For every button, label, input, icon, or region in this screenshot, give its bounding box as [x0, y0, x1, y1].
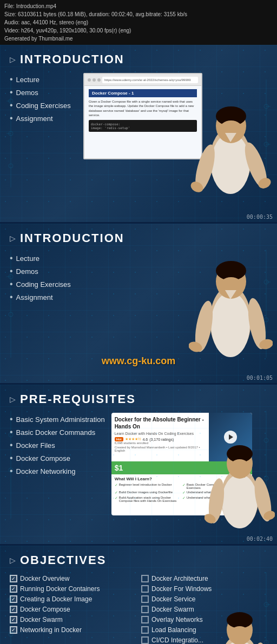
- obj-lb-label: Load Balancing: [151, 626, 196, 634]
- obj-running-containers: ✓ Running Docker Containers: [10, 585, 136, 593]
- browser-dot-2: [93, 78, 96, 82]
- slide-title: Docker Compose - 1: [89, 89, 197, 97]
- checkbox-service-icon: [141, 595, 149, 603]
- checkbox-lb-icon: [141, 626, 149, 634]
- course-card-text: Docker for the Absolute Beginner - Hands…: [111, 413, 209, 461]
- obj-containers-label: Running Docker Containers: [20, 585, 100, 593]
- obj-docker-swarm-left: ✓ Docker Swarm: [10, 616, 136, 623]
- section-4-title: OBJECTIVES: [20, 553, 106, 567]
- presenter-3: [205, 444, 275, 541]
- section-2-header: ▷ INTRODUCTION: [0, 224, 277, 250]
- bullet-lecture: Lecture: [10, 73, 75, 86]
- section-1-bullets: Lecture Demos Coding Exercises Assignmen…: [10, 73, 75, 159]
- slide-body: Docker Compose - 1 Given a Docker Compos…: [84, 86, 201, 158]
- course-rating-row: Hot ★★★★½ 4.6 (3,170 ratings): [115, 437, 206, 441]
- checkbox-swarm-right-icon: [141, 606, 149, 613]
- course-creator: Created by Mumshad Mannambeth • Last upd…: [115, 446, 206, 452]
- circuit-decoration-left-3: [4, 401, 17, 528]
- obj-swarm-right-label: Docker Swarm: [151, 606, 194, 613]
- presenter-figure-4: [205, 612, 275, 644]
- obj-image-label: Creating a Docker Image: [20, 595, 92, 603]
- obj-docker-arch: Docker Architecture: [141, 575, 267, 582]
- section-prereq: ▷ PRE-REQUISITES Basic System Administra…: [0, 383, 277, 544]
- slide-text: Given a Docker Compose file with a singl…: [89, 99, 197, 118]
- section-3-header: ▷ PRE-REQUISITES: [0, 385, 277, 411]
- browser-bar: https://www.udemy.com/ar-al-2022/schemes…: [84, 74, 201, 86]
- obj-overlay-label: Overlay Networks: [151, 616, 203, 623]
- svg-point-71: [227, 612, 253, 628]
- course-students: 6,098 students enrolled: [115, 441, 206, 445]
- prereq-docker-networking: Docker Networking: [10, 465, 105, 478]
- obj-service-label: Docker Service: [151, 595, 195, 603]
- bullet-demos: Demos: [10, 86, 75, 99]
- prereq-dockerfiles: Docker Files: [10, 439, 105, 452]
- obj-networking-label: Networking in Docker: [20, 626, 82, 634]
- section-2-title: INTRODUCTION: [20, 231, 124, 245]
- section-3-title: PRE-REQUISITES: [20, 392, 136, 406]
- slide-preview: https://www.udemy.com/ar-al-2022/schemes…: [83, 73, 202, 159]
- section-intro-2: ▷ INTRODUCTION Lecture Demos Coding Exer…: [0, 222, 277, 383]
- play-button[interactable]: [224, 431, 237, 444]
- code-line-2: image: 'redis-setup': [91, 126, 195, 130]
- timestamp-2: 00:01:05: [247, 375, 273, 381]
- course-title: Docker for the Absolute Beginner - Hands…: [115, 416, 206, 430]
- presenter-4: [205, 612, 275, 644]
- circuit-decoration-left-1: [4, 63, 17, 204]
- obj-docker-overview: ✓ Docker Overview: [10, 575, 136, 582]
- svg-point-54: [229, 459, 250, 477]
- file-size: Size: 63103611 bytes (60.18 MiB), durati…: [4, 10, 273, 18]
- prereq-sysadmin: Basic System Administration: [10, 413, 105, 426]
- obj-creating-image: ✓ Creating a Docker Image: [10, 595, 136, 603]
- obj-docker-service: Docker Service: [141, 595, 267, 603]
- obj-overview-label: Docker Overview: [20, 575, 69, 582]
- slide-code: docker-compose: image: 'redis-setup': [89, 120, 197, 132]
- svg-point-68: [253, 642, 273, 644]
- bullet-coding: Coding Exercises: [10, 99, 75, 112]
- bullet-assignment: Assignment: [10, 112, 75, 125]
- video-info: Video: h264, yuv420p, 1920x1080, 30.00 f…: [4, 26, 273, 35]
- section-objectives: ▷ OBJECTIVES ✓ Docker Overview Docker Ar…: [0, 544, 277, 644]
- audio-info: Audio: aac, 44100 Hz, stereo (eng): [4, 18, 273, 26]
- browser-url: https://www.udemy.com/ar-al-2022/schemes…: [102, 77, 198, 83]
- presenter-figure-2: [189, 259, 273, 378]
- code-line-1: docker-compose:: [91, 122, 195, 126]
- presenter-figure-3: [205, 444, 275, 541]
- checkbox-cicd-icon: [141, 636, 149, 644]
- learn-item-1: Beginner level introduction to Docker: [115, 483, 181, 489]
- obj-windows-label: Docker For Windows: [151, 585, 212, 593]
- rating-count: (3,170 ratings): [149, 438, 174, 441]
- presenter-figure-1: [189, 103, 273, 217]
- timestamp-3: 00:02:40: [247, 536, 273, 542]
- play-triangle-icon: [229, 434, 233, 440]
- section-4-header: ▷ OBJECTIVES: [0, 546, 277, 572]
- prereq-bullets: Basic System Administration Basic Docker…: [10, 413, 105, 515]
- timestamp-1: 00:00:35: [247, 214, 273, 220]
- learn-item-5: Build Application stack using Docker Com…: [115, 496, 181, 502]
- section-intro-1: ▷ INTRODUCTION Lecture Demos Coding Exer…: [0, 45, 277, 222]
- generated-by: Generated by Thumbnail.me: [4, 35, 273, 43]
- svg-point-72: [229, 626, 250, 642]
- obj-compose-label: Docker Compose: [20, 606, 70, 613]
- circuit-decoration-left-2: [4, 240, 17, 367]
- svg-point-48: [222, 474, 258, 528]
- presenter-2: [189, 259, 273, 378]
- obj-empty: [10, 636, 136, 644]
- circuit-decoration-left-4: [4, 562, 17, 644]
- svg-point-31: [211, 292, 250, 357]
- rating-value: 4.6: [142, 438, 148, 441]
- rating-badge: Hot: [115, 437, 123, 441]
- obj-networking: ✓ Networking in Docker: [10, 626, 136, 634]
- prereq-docker-commands: Basic Docker Commands: [10, 426, 105, 439]
- checkbox-windows-icon: [141, 585, 149, 593]
- presenter-1: [189, 103, 273, 217]
- obj-swarm-left-label: Docker Swarm: [20, 616, 63, 623]
- checkbox-overlay-icon: [141, 616, 149, 623]
- checkbox-arch-icon: [141, 575, 149, 582]
- watermark: www.cg-ku.com: [102, 355, 175, 367]
- obj-docker-windows: Docker For Windows: [141, 585, 267, 593]
- stars-icon: ★★★★½: [125, 437, 141, 441]
- obj-arch-label: Docker Architecture: [151, 575, 208, 582]
- learn-item-3: Build Docker images using Dockerfile: [115, 491, 181, 495]
- section-1-header: ▷ INTRODUCTION: [0, 45, 277, 71]
- section-1-title: INTRODUCTION: [20, 52, 124, 66]
